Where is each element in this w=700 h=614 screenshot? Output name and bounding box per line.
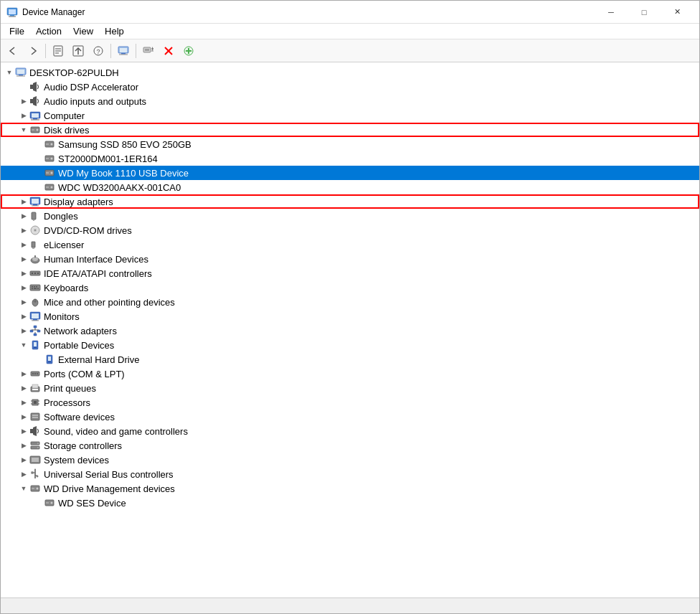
tree-item-audio-dsp[interactable]: Audio DSP Accelerator (1, 80, 699, 94)
minimize-button[interactable]: ─ (595, 1, 628, 24)
tree-item-processors[interactable]: Processors (1, 395, 699, 410)
toggle-audio-inputs[interactable] (18, 95, 29, 107)
tree-item-ide[interactable]: IDE ATA/ATAPI controllers (1, 266, 699, 280)
forward-button[interactable] (24, 42, 42, 60)
tree-view[interactable]: DESKTOP-62PULDHAudio DSP AcceleratorAudi… (1, 62, 699, 598)
menu-help[interactable]: Help (99, 24, 130, 39)
toggle-root[interactable] (4, 67, 15, 78)
toggle-dongles[interactable] (18, 210, 29, 222)
tree-item-disk-drives[interactable]: Disk drives (1, 123, 699, 137)
tree-item-sound[interactable]: Sound, video and game controllers (1, 424, 699, 438)
toggle-computer[interactable] (18, 110, 29, 121)
svg-rect-32 (32, 113, 39, 118)
properties-button[interactable] (49, 42, 67, 60)
tree-item-hid[interactable]: Human Interface Devices (1, 252, 699, 266)
tree-item-wd-mgmt[interactable]: WD Drive Management devices (1, 481, 699, 496)
tree-item-ports[interactable]: Ports (COM & LPT) (1, 367, 699, 381)
toggle-portable[interactable] (18, 339, 29, 351)
menu-action[interactable]: Action (30, 24, 67, 39)
svg-rect-13 (120, 48, 127, 52)
tree-item-audio-inputs[interactable]: Audio inputs and outputs (1, 94, 699, 108)
tree-item-mice[interactable]: Mice and other pointing devices (1, 295, 699, 309)
label-ports: Ports (COM & LPT) (44, 369, 125, 379)
tree-item-wd-mybook[interactable]: WD My Book 1110 USB Device (1, 166, 699, 180)
tree-item-wd-ses[interactable]: WD SES Device (1, 496, 699, 510)
toggle-wd-mgmt[interactable] (18, 483, 29, 494)
toggle-mice[interactable] (18, 296, 29, 308)
label-audio-dsp: Audio DSP Accelerator (44, 82, 138, 93)
view-button[interactable] (114, 42, 133, 60)
toggle-ports[interactable] (18, 368, 29, 379)
toggle-system[interactable] (18, 454, 29, 466)
icon-audio-inputs (29, 95, 41, 107)
toggle-monitors[interactable] (18, 311, 29, 322)
help-button[interactable]: ? (89, 42, 108, 60)
tree-item-system[interactable]: System devices (1, 453, 699, 467)
update-driver-button[interactable] (69, 42, 88, 60)
icon-ports (29, 368, 41, 379)
toggle-print[interactable] (18, 382, 29, 394)
tree-item-storage[interactable]: Storage controllers (1, 438, 699, 453)
svg-rect-55 (33, 219, 34, 221)
toggle-sound[interactable] (18, 425, 29, 437)
tree-item-st2000[interactable]: ST2000DM001-1ER164 (1, 151, 699, 166)
toggle-disk-drives[interactable] (18, 124, 29, 136)
menu-view[interactable]: View (67, 24, 99, 39)
icon-storage (29, 440, 41, 451)
toggle-ide[interactable] (18, 268, 29, 279)
toggle-elicenser[interactable] (18, 239, 29, 250)
svg-rect-118 (32, 458, 39, 462)
tree-item-wdc[interactable]: WDC WD3200AAKX-001CA0 (1, 180, 699, 194)
svg-rect-14 (121, 53, 126, 55)
tree-item-samsung[interactable]: Samsung SSD 850 EVO 250GB (1, 137, 699, 151)
toggle-dvd[interactable] (18, 225, 29, 236)
svg-point-39 (51, 143, 53, 146)
svg-rect-79 (32, 313, 39, 318)
svg-rect-101 (32, 384, 38, 388)
label-elicenser: eLicenser (44, 240, 84, 250)
tree-item-monitors[interactable]: Monitors (1, 309, 699, 323)
toggle-software[interactable] (18, 411, 29, 422)
tree-item-dvd[interactable]: DVD/CD-ROM drives (1, 223, 699, 237)
svg-rect-70 (34, 286, 35, 288)
toggle-usb[interactable] (18, 468, 29, 480)
icon-wd-mgmt (29, 483, 41, 494)
toggle-processors[interactable] (18, 397, 29, 408)
tree-item-usb[interactable]: Universal Serial Bus controllers (1, 467, 699, 481)
svg-point-114 (37, 443, 39, 444)
svg-rect-15 (119, 54, 128, 55)
tree-item-computer[interactable]: Computer (1, 108, 699, 123)
tree-item-display-adapters[interactable]: Display adapters (1, 194, 699, 209)
svg-rect-72 (32, 288, 33, 290)
tree-item-dongles[interactable]: Dongles (1, 209, 699, 223)
tree-item-keyboards[interactable]: Keyboards (1, 280, 699, 295)
tree-item-print[interactable]: Print queues (1, 381, 699, 395)
toggle-display-adapters[interactable] (18, 196, 29, 207)
icon-root (15, 67, 27, 78)
toggle-hid[interactable] (18, 253, 29, 265)
tree-item-elicenser[interactable]: eLicenser (1, 237, 699, 252)
add-button[interactable] (179, 42, 198, 60)
svg-point-97 (32, 373, 34, 374)
close-button[interactable]: ✕ (661, 1, 694, 24)
svg-point-123 (37, 476, 38, 477)
toggle-storage[interactable] (18, 440, 29, 451)
tree-item-ext-hdd[interactable]: External Hard Drive (1, 352, 699, 367)
svg-rect-34 (31, 120, 39, 121)
tree-item-software[interactable]: Software devices (1, 410, 699, 424)
svg-rect-102 (32, 389, 38, 390)
label-network: Network adapters (44, 326, 117, 336)
icon-elicenser (29, 239, 41, 250)
uninstall-button[interactable] (159, 42, 178, 60)
tree-item-portable[interactable]: Portable Devices (1, 338, 699, 352)
menu-file[interactable]: File (4, 24, 30, 39)
tree-item-network[interactable]: Network adapters (1, 323, 699, 338)
svg-point-42 (51, 158, 53, 160)
scan-button[interactable] (139, 42, 158, 60)
svg-rect-29 (30, 85, 33, 89)
toggle-network[interactable] (18, 325, 29, 336)
toggle-keyboards[interactable] (18, 282, 29, 293)
maximize-button[interactable]: □ (628, 1, 661, 24)
tree-item-root[interactable]: DESKTOP-62PULDH (1, 65, 699, 80)
back-button[interactable] (4, 42, 22, 60)
